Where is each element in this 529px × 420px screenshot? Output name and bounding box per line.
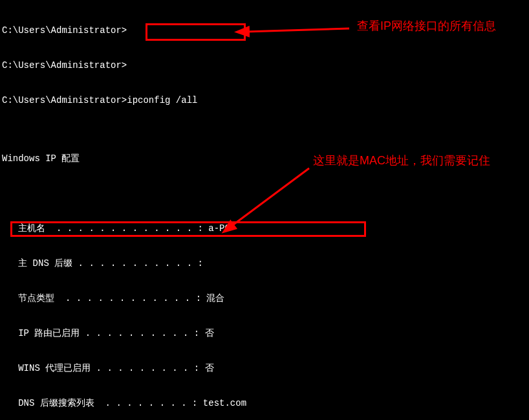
cfg-row-dns-search: DNS 后缀搜索列表 . . . . . . . . : test.com (2, 397, 431, 409)
cfg-label: 主机名 . . . . . . . . . . . . . : (2, 223, 208, 234)
cfg-value: test.com (203, 398, 246, 408)
cfg-value: 混合 (206, 293, 224, 304)
cfg-row-wins-proxy: WINS 代理已启用 . . . . . . . . . : 否 (2, 362, 431, 374)
cfg-row-dns-suffix: 主 DNS 后缀 . . . . . . . . . . . : (2, 258, 431, 269)
cfg-row-node-type: 节点类型 . . . . . . . . . . . . : 混合 (2, 293, 431, 304)
prompt-prefix: C:\Users\Administrator> (2, 95, 127, 105)
cfg-label: IP 路由已启用 . . . . . . . . . . : (2, 328, 205, 338)
cfg-label: DNS 后缀搜索列表 . . . . . . . . : (2, 398, 203, 408)
cfg-row-hostname: 主机名 . . . . . . . . . . . . . : a-PC (2, 223, 431, 234)
cfg-row-ip-routing: IP 路由已启用 . . . . . . . . . . : 否 (2, 327, 431, 339)
cfg-value: a-PC (208, 223, 230, 234)
cfg-label: WINS 代理已启用 . . . . . . . . . : (2, 363, 205, 373)
cfg-label: 节点类型 . . . . . . . . . . . . : (2, 293, 206, 304)
prompt-line-1: C:\Users\Administrator> (2, 25, 431, 36)
cfg-label: 主 DNS 后缀 . . . . . . . . . . . : (2, 258, 208, 269)
cfg-value: 否 (205, 328, 214, 338)
prompt-line-2: C:\Users\Administrator> (2, 60, 431, 71)
section-header-ipconfig: Windows IP 配置 (2, 153, 431, 164)
terminal-output: C:\Users\Administrator> C:\Users\Adminis… (2, 1, 431, 420)
prompt-line-3: C:\Users\Administrator>ipconfig /all (2, 94, 431, 106)
command-text: ipconfig /all (127, 95, 197, 105)
cfg-value: 否 (205, 363, 214, 373)
